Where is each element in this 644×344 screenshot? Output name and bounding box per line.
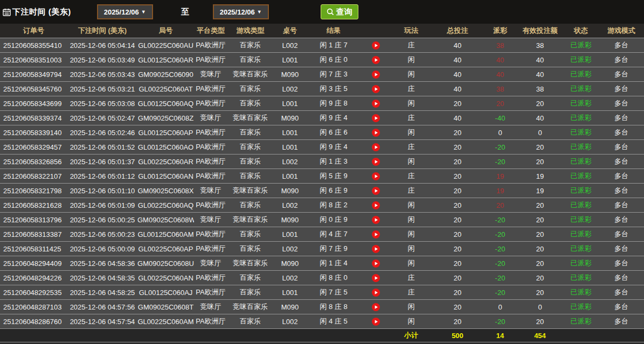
cell-table-no: L001 [273,285,307,300]
cell-game-mode: 多台 [599,242,644,256]
play-icon[interactable] [372,143,380,151]
cell-status: 已派彩 [563,213,599,227]
cell-order: 251206048287103 [0,300,67,314]
cell-play-type: 闲 [391,67,432,82]
play-icon[interactable] [372,216,380,224]
cell-replay [361,227,391,242]
play-icon[interactable] [372,172,380,180]
date-to-value: 2025/12/06 [220,8,255,16]
cell-order: 251206058321798 [0,184,67,198]
cell-valid-bet: 20 [517,227,563,242]
cell-order: 251206048294409 [0,256,67,271]
play-icon[interactable] [372,274,380,282]
cell-play-type: 庄 [391,111,432,125]
cell-game-mode: 多台 [599,96,644,111]
cell-bet-time: 2025-12-06 05:03:49 [67,53,137,67]
cell-total-bet: 20 [432,256,483,271]
play-icon[interactable] [372,100,380,108]
cell-replay [361,198,391,213]
date-from-select[interactable]: 2025/12/06 ▼ [97,4,153,19]
table-row: 251206058313796 2025-12-06 05:00:25 GM09… [0,213,644,227]
play-icon[interactable] [372,158,380,166]
table-footer: 小计 500 14 454 总计 1000 51 931 [0,329,644,344]
cell-order: 251206058321628 [0,198,67,213]
cell-replay [361,96,391,111]
chevron-down-icon: ▼ [141,9,146,15]
table-row: 251206048292535 2025-12-06 04:58:25 GL00… [0,285,644,300]
cell-table-no: L001 [273,96,307,111]
cell-round: GL00225C060AU [137,38,194,53]
cell-table-no: L002 [273,38,307,53]
cell-round: GM09025C0608Z [137,111,194,125]
cell-status: 已派彩 [563,96,599,111]
cell-payout: -40 [483,111,517,125]
cell-total-bet: 40 [432,38,483,53]
play-icon[interactable] [372,129,380,137]
cell-payout: 38 [483,38,517,53]
cell-bet-time: 2025-12-06 05:02:46 [67,125,137,140]
cell-payout: -20 [483,271,517,285]
cell-payout: -20 [483,213,517,227]
cell-game-type: 百家乐 [227,198,273,213]
play-icon[interactable] [372,114,380,122]
cell-replay [361,38,391,53]
cell-status: 已派彩 [563,67,599,82]
cell-payout: 20 [483,96,517,111]
cell-table-no: L001 [273,169,307,184]
col-table-no: 桌号 [273,24,307,38]
cell-payout: -20 [483,227,517,242]
cell-payout: -20 [483,140,517,155]
table-row: 251206058326856 2025-12-06 05:01:37 GL00… [0,155,644,169]
play-icon[interactable] [372,230,380,238]
query-button-label: 查询 [336,7,352,17]
cell-valid-bet: 20 [517,96,563,111]
play-icon[interactable] [372,259,380,268]
play-icon[interactable] [372,85,380,93]
cell-game-type: 百家乐 [227,38,273,53]
table-row: 251206058339374 2025-12-06 05:02:47 GM09… [0,111,644,125]
cell-valid-bet: 20 [517,314,563,329]
cell-platform: 竞咪厅 [194,300,227,314]
table-row: 251206048287103 2025-12-06 04:57:56 GM09… [0,300,644,314]
col-valid-bet: 有效投注额 [517,24,563,38]
play-icon[interactable] [372,318,380,326]
cell-payout: 40 [483,67,517,82]
cell-result: 闲 7 庄 9 [307,242,361,256]
cell-valid-bet: 20 [517,271,563,285]
play-icon[interactable] [372,56,380,64]
cell-play-type: 闲 [391,227,432,242]
cell-round: GL00125C060AR [137,53,194,67]
cell-total-bet: 20 [432,169,483,184]
cell-platform: PA欧洲厅 [194,198,227,213]
cell-platform: PA欧洲厅 [194,285,227,300]
cell-replay [361,314,391,329]
play-icon[interactable] [372,245,380,253]
cell-game-type: 竞咪百家乐 [227,184,273,198]
cell-play-type: 庄 [391,285,432,300]
play-icon[interactable] [372,201,380,209]
cell-bet-time: 2025-12-06 04:58:35 [67,271,137,285]
play-icon[interactable] [372,289,380,297]
play-icon[interactable] [372,303,380,311]
date-to-select[interactable]: 2025/12/06 ▼ [213,4,269,19]
cell-replay [361,271,391,285]
play-icon[interactable] [372,187,380,195]
play-icon[interactable] [372,71,380,79]
cell-platform: PA欧洲厅 [194,271,227,285]
date-from-value: 2025/12/06 [104,8,139,16]
cell-round: GL00225C060AR [137,155,194,169]
play-icon[interactable] [372,41,380,50]
cell-order: 251206058343699 [0,96,67,111]
cell-replay [361,169,391,184]
cell-play-type: 闲 [391,256,432,271]
cell-result: 闲 9 庄 8 [307,96,361,111]
query-button[interactable]: 查询 [321,4,358,19]
cell-status: 已派彩 [563,227,599,242]
total-valid-bet: 931 [517,342,563,344]
cell-game-mode: 多台 [599,213,644,227]
cell-total-bet: 40 [432,82,483,96]
cell-payout: 40 [483,53,517,67]
col-payout: 派彩 [483,24,517,38]
cell-round: GL00225C060AM [137,314,194,329]
cell-replay [361,67,391,82]
